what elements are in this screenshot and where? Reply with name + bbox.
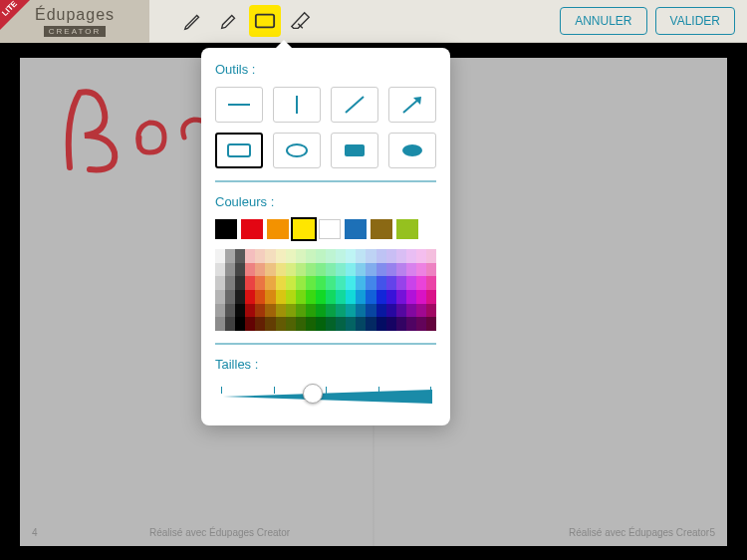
shape-dline[interactable] — [331, 87, 378, 123]
size-wedge-icon — [223, 390, 432, 404]
rectangle-icon — [254, 12, 276, 30]
shape-hline[interactable] — [215, 87, 263, 123]
tools-section-label: Outils : — [215, 62, 436, 77]
toolbar: LITE Édupages CREATOR ANNULER VALIDER — [0, 0, 747, 43]
swatch-row — [215, 219, 436, 239]
size-slider[interactable] — [215, 382, 436, 412]
shape-vline[interactable] — [273, 87, 321, 123]
color-swatch[interactable] — [215, 219, 237, 239]
pen-icon — [182, 10, 204, 32]
eraser-icon — [290, 10, 312, 32]
svg-point-6 — [287, 144, 307, 156]
colors-section-label: Couleurs : — [215, 194, 436, 209]
highlighter-icon — [218, 10, 240, 32]
svg-rect-0 — [256, 15, 274, 28]
svg-rect-7 — [345, 144, 365, 156]
color-swatch[interactable] — [345, 219, 367, 239]
divider-1 — [215, 180, 436, 182]
shape-rect-fill[interactable] — [331, 133, 378, 168]
vline-icon — [282, 93, 312, 117]
color-swatch[interactable] — [396, 219, 418, 239]
right-page-credit: Réalisé avec Édupages Creator — [569, 527, 709, 538]
svg-line-3 — [346, 97, 364, 113]
shape-tool-popover: Outils : Couleurs : Tailles : — [201, 48, 450, 425]
highlighter-tool[interactable] — [213, 5, 245, 37]
rect-fill-icon — [340, 140, 370, 160]
color-swatch[interactable] — [319, 219, 341, 239]
color-swatch[interactable] — [267, 219, 289, 239]
size-thumb[interactable] — [303, 384, 323, 404]
color-swatch[interactable] — [371, 219, 392, 239]
divider-2 — [215, 343, 436, 345]
cancel-button[interactable]: ANNULER — [560, 7, 646, 35]
rect-icon — [224, 140, 254, 160]
left-page-number: 4 — [32, 527, 38, 538]
eraser-tool[interactable] — [285, 5, 317, 37]
shape-rect[interactable] — [215, 133, 263, 168]
logo-subtitle: CREATOR — [44, 26, 106, 37]
svg-rect-5 — [228, 144, 250, 156]
arrow-icon — [397, 93, 427, 117]
shape-tool[interactable] — [249, 5, 281, 37]
sizes-section-label: Tailles : — [215, 357, 436, 372]
action-group: ANNULER VALIDER — [560, 7, 735, 35]
ellipse-icon — [282, 140, 312, 160]
color-palette[interactable] — [215, 249, 436, 331]
confirm-button[interactable]: VALIDER — [655, 7, 735, 35]
svg-point-8 — [402, 144, 422, 156]
shape-arrow[interactable] — [388, 87, 436, 123]
dline-icon — [340, 93, 370, 117]
shape-ellipse-fill[interactable] — [388, 133, 436, 168]
app-logo: LITE Édupages CREATOR — [0, 0, 149, 43]
pen-tool[interactable] — [177, 5, 209, 37]
color-swatch[interactable] — [241, 219, 263, 239]
color-swatch[interactable] — [293, 219, 315, 239]
ellipse-fill-icon — [397, 140, 427, 160]
hline-icon — [224, 95, 254, 115]
shape-grid — [215, 87, 436, 168]
size-tick — [221, 387, 222, 394]
left-page-credit: Réalisé avec Édupages Creator — [149, 527, 290, 538]
shape-ellipse[interactable] — [273, 133, 321, 168]
logo-title: Édupages — [35, 6, 115, 24]
right-page-number: 5 — [709, 527, 715, 538]
svg-marker-9 — [223, 390, 432, 404]
tool-group — [177, 5, 317, 37]
